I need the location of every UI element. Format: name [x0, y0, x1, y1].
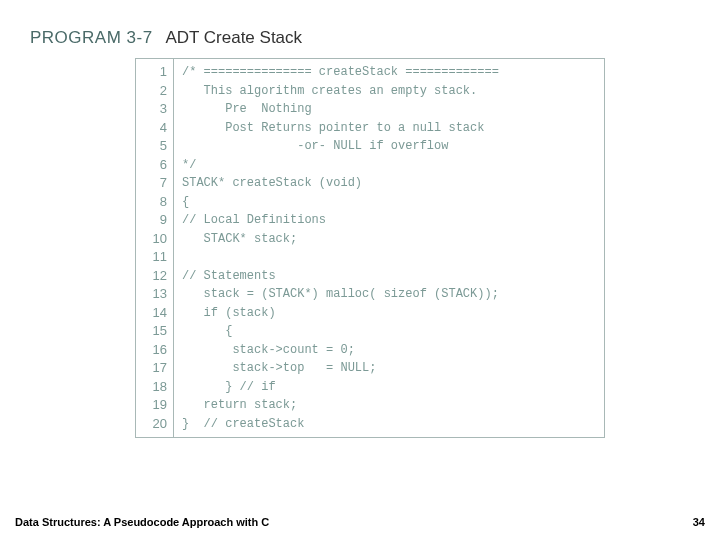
line-number: 4: [136, 119, 173, 138]
code-listing: 1234567891011121314151617181920 /* =====…: [135, 58, 605, 438]
program-title: ADT Create Stack: [165, 28, 302, 47]
line-number: 16: [136, 341, 173, 360]
line-number: 17: [136, 359, 173, 378]
line-number: 15: [136, 322, 173, 341]
line-number: 2: [136, 82, 173, 101]
line-number: 7: [136, 174, 173, 193]
line-number-gutter: 1234567891011121314151617181920: [136, 59, 174, 437]
line-number: 3: [136, 100, 173, 119]
footer-book-title: Data Structures: A Pseudocode Approach w…: [15, 516, 269, 528]
line-number: 8: [136, 193, 173, 212]
line-number: 20: [136, 415, 173, 434]
line-number: 1: [136, 63, 173, 82]
line-number: 13: [136, 285, 173, 304]
slide-footer: Data Structures: A Pseudocode Approach w…: [15, 516, 705, 528]
line-number: 10: [136, 230, 173, 249]
line-number: 11: [136, 248, 173, 267]
footer-page-number: 34: [693, 516, 705, 528]
code-body: /* =============== createStack =========…: [174, 59, 604, 437]
line-number: 6: [136, 156, 173, 175]
line-number: 5: [136, 137, 173, 156]
line-number: 19: [136, 396, 173, 415]
code-text: /* =============== createStack =========…: [182, 63, 604, 433]
line-number: 9: [136, 211, 173, 230]
line-number: 18: [136, 378, 173, 397]
line-number: 12: [136, 267, 173, 286]
line-number: 14: [136, 304, 173, 323]
program-header: PROGRAM 3-7 ADT Create Stack: [30, 28, 302, 48]
program-number: PROGRAM 3-7: [30, 28, 153, 47]
